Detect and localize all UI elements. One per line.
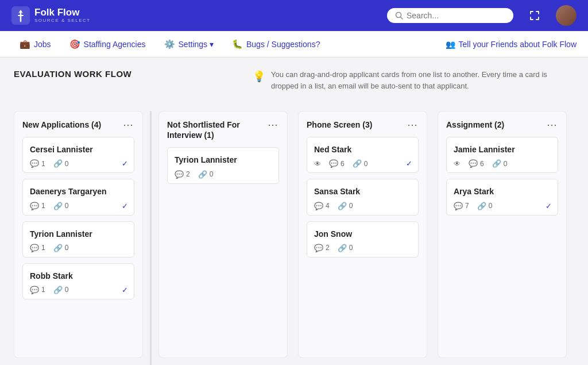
comment-icon: 💬: [30, 159, 39, 168]
card-footer: 💬2🔗0: [314, 244, 411, 252]
card-footer: 💬1🔗0: [30, 202, 127, 210]
card-name: Cersei Lannister: [30, 144, 127, 155]
applicant-card[interactable]: Ned Stark👁💬6🔗0✓: [307, 137, 419, 173]
kanban-column-not-shortlisted: Not Shortlisted For Interview (1)⋯Tyrion…: [158, 111, 288, 358]
card-checkmark: ✓: [122, 202, 128, 210]
comment-icon: 💬: [30, 286, 39, 294]
card-name: Daenerys Targaryen: [30, 186, 127, 197]
avatar[interactable]: [556, 5, 577, 26]
card-checkmark: ✓: [546, 202, 552, 210]
nav-item-settings[interactable]: ⚙️ Settings ▾: [156, 34, 222, 54]
page-content: EVALUATION WORK FLOW 💡 You can drag-and-…: [0, 57, 588, 365]
card-name: Sansa Stark: [314, 186, 411, 197]
attachment-icon: 🔗: [338, 244, 347, 252]
applicant-card[interactable]: Sansa Stark💬4🔗0: [307, 179, 419, 215]
attachment-count: 🔗0: [198, 170, 214, 179]
attachment-count: 🔗0: [353, 159, 368, 168]
nav-label-jobs: Jobs: [34, 40, 51, 49]
nav-item-jobs[interactable]: 💼 Jobs: [11, 34, 59, 54]
applicant-card[interactable]: Tyrion Lannister💬1🔗0: [22, 221, 134, 258]
comment-icon: 💬: [469, 159, 478, 168]
app-header: Folk Flow SOURCE & SELECT: [0, 0, 588, 31]
logo: Folk Flow SOURCE & SELECT: [11, 6, 91, 25]
attachment-icon: 🔗: [492, 159, 501, 168]
card-checkmark: ✓: [406, 159, 412, 168]
logo-subtitle: SOURCE & SELECT: [34, 18, 91, 24]
attachment-count: 🔗0: [53, 286, 69, 294]
column-menu-button[interactable]: ⋯: [122, 120, 134, 130]
card-footer: 💬7🔗0: [454, 202, 551, 210]
applicant-card[interactable]: Jon Snow💬2🔗0: [307, 221, 419, 258]
attachment-icon: 🔗: [338, 202, 347, 210]
card-footer: 💬1🔗0: [30, 244, 127, 252]
card-name: Robb Stark: [30, 271, 127, 281]
card-checkmark: ✓: [122, 286, 128, 294]
card-footer: 💬1🔗0: [30, 159, 127, 168]
fullscreen-icon: [529, 10, 540, 21]
comment-icon: 💬: [30, 244, 39, 252]
card-checkmark: ✓: [122, 159, 128, 168]
logo-icon: [11, 6, 30, 25]
settings-icon: ⚙️: [164, 39, 175, 49]
comment-icon: 💬: [314, 244, 323, 252]
kanban-column-phone-screen: Phone Screen (3)⋯Ned Stark👁💬6🔗0✓Sansa St…: [298, 111, 427, 358]
kanban-column-new-applications: New Applications (4)⋯Cersei Lannister💬1🔗…: [14, 111, 143, 358]
info-text: You can drag-and-drop applicant cards fr…: [271, 69, 574, 91]
card-footer: 👁💬6🔗0: [454, 159, 551, 168]
jobs-icon: 💼: [20, 39, 30, 49]
card-name: Tyrion Lannister: [30, 229, 127, 239]
applicant-card[interactable]: Cersei Lannister💬1🔗0✓: [22, 137, 134, 173]
column-menu-button[interactable]: ⋯: [546, 120, 558, 130]
bugs-icon: 🐛: [232, 39, 243, 49]
search-bar[interactable]: [387, 8, 513, 23]
comment-icon: 💬: [175, 170, 184, 179]
nav-item-friends[interactable]: 👥 Tell your Friends about Folk Flow: [446, 40, 577, 49]
comment-count: 💬6: [329, 159, 345, 168]
comment-count: 💬6: [469, 159, 484, 168]
card-footer: 💬1🔗0: [30, 286, 127, 294]
nav-label-bugs: Bugs / Suggestions?: [246, 40, 320, 49]
nav-item-staffing[interactable]: 🎯 Staffing Agencies: [61, 34, 154, 54]
nav-label-friends: Tell your Friends about Folk Flow: [459, 40, 577, 49]
navbar: 💼 Jobs 🎯 Staffing Agencies ⚙️ Settings ▾…: [0, 31, 588, 57]
card-name: Tyrion Lannister: [175, 155, 272, 165]
attachment-icon: 🔗: [353, 159, 362, 168]
attachment-count: 🔗0: [53, 159, 69, 168]
page-title: EVALUATION WORK FLOW: [14, 69, 131, 79]
column-header: Not Shortlisted For Interview (1)⋯: [167, 120, 279, 140]
comment-count: 💬4: [314, 202, 330, 210]
applicant-card[interactable]: Tyrion Lannister💬2🔗0: [167, 147, 279, 183]
column-header: Assignment (2)⋯: [446, 120, 558, 130]
svg-line-2: [401, 17, 403, 20]
attachment-icon: 🔗: [198, 170, 207, 179]
applicant-card[interactable]: Jamie Lannister👁💬6🔗0: [446, 137, 558, 173]
eye-icon: 👁: [314, 160, 321, 168]
column-menu-button[interactable]: ⋯: [266, 120, 279, 130]
comment-count: 💬2: [314, 244, 330, 252]
column-title: Phone Screen (3): [307, 120, 406, 130]
applicant-card[interactable]: Robb Stark💬1🔗0✓: [22, 263, 134, 299]
attachment-count: 🔗0: [338, 244, 353, 252]
comment-icon: 💬: [329, 159, 338, 168]
card-name: Ned Stark: [314, 144, 411, 155]
card-footer: 💬2🔗0: [175, 170, 272, 179]
staffing-icon: 🎯: [69, 39, 80, 49]
info-banner: 💡 You can drag-and-drop applicant cards …: [253, 69, 574, 91]
search-icon: [395, 11, 403, 20]
comment-icon: 💬: [314, 202, 323, 210]
eye-icon: 👁: [454, 160, 461, 168]
nav-item-bugs[interactable]: 🐛 Bugs / Suggestions?: [224, 34, 328, 54]
column-menu-button[interactable]: ⋯: [406, 120, 419, 130]
applicant-card[interactable]: Daenerys Targaryen💬1🔗0✓: [22, 179, 134, 215]
attachment-icon: 🔗: [53, 202, 63, 210]
attachment-count: 🔗0: [53, 244, 69, 252]
attachment-icon: 🔗: [477, 202, 486, 210]
search-input[interactable]: [407, 11, 505, 20]
card-name: Jamie Lannister: [454, 144, 551, 155]
comment-count: 💬7: [454, 202, 469, 210]
applicant-card[interactable]: Arya Stark💬7🔗0✓: [446, 179, 558, 215]
column-title: Not Shortlisted For Interview (1): [167, 120, 266, 140]
comment-count: 💬1: [30, 159, 45, 168]
fullscreen-button[interactable]: [525, 6, 544, 25]
column-header: Phone Screen (3)⋯: [307, 120, 419, 130]
